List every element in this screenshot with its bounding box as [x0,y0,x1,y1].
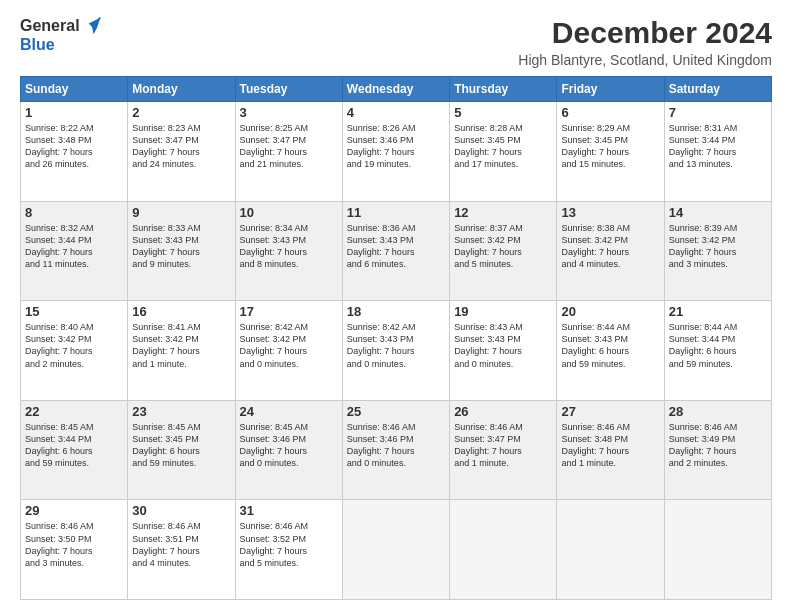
day-number: 11 [347,205,445,220]
day-number: 28 [669,404,767,419]
calendar-cell: 31Sunrise: 8:46 AM Sunset: 3:52 PM Dayli… [235,500,342,600]
day-number: 24 [240,404,338,419]
day-info: Sunrise: 8:25 AM Sunset: 3:47 PM Dayligh… [240,122,338,171]
calendar-cell: 8Sunrise: 8:32 AM Sunset: 3:44 PM Daylig… [21,201,128,301]
calendar-week-row: 29Sunrise: 8:46 AM Sunset: 3:50 PM Dayli… [21,500,772,600]
calendar-week-row: 22Sunrise: 8:45 AM Sunset: 3:44 PM Dayli… [21,400,772,500]
calendar-cell: 19Sunrise: 8:43 AM Sunset: 3:43 PM Dayli… [450,301,557,401]
day-number: 18 [347,304,445,319]
day-info: Sunrise: 8:46 AM Sunset: 3:49 PM Dayligh… [669,421,767,470]
calendar-cell: 2Sunrise: 8:23 AM Sunset: 3:47 PM Daylig… [128,102,235,202]
day-info: Sunrise: 8:45 AM Sunset: 3:45 PM Dayligh… [132,421,230,470]
calendar-cell: 22Sunrise: 8:45 AM Sunset: 3:44 PM Dayli… [21,400,128,500]
calendar-cell [450,500,557,600]
day-info: Sunrise: 8:34 AM Sunset: 3:43 PM Dayligh… [240,222,338,271]
day-info: Sunrise: 8:46 AM Sunset: 3:47 PM Dayligh… [454,421,552,470]
day-number: 23 [132,404,230,419]
calendar-cell: 14Sunrise: 8:39 AM Sunset: 3:42 PM Dayli… [664,201,771,301]
day-info: Sunrise: 8:26 AM Sunset: 3:46 PM Dayligh… [347,122,445,171]
day-number: 30 [132,503,230,518]
calendar-cell: 21Sunrise: 8:44 AM Sunset: 3:44 PM Dayli… [664,301,771,401]
day-info: Sunrise: 8:23 AM Sunset: 3:47 PM Dayligh… [132,122,230,171]
calendar-header-row: SundayMondayTuesdayWednesdayThursdayFrid… [21,77,772,102]
col-header-monday: Monday [128,77,235,102]
calendar-cell [342,500,449,600]
day-info: Sunrise: 8:22 AM Sunset: 3:48 PM Dayligh… [25,122,123,171]
logo-general-text: General [20,17,80,35]
day-number: 22 [25,404,123,419]
day-number: 21 [669,304,767,319]
day-info: Sunrise: 8:28 AM Sunset: 3:45 PM Dayligh… [454,122,552,171]
day-number: 7 [669,105,767,120]
calendar-cell: 12Sunrise: 8:37 AM Sunset: 3:42 PM Dayli… [450,201,557,301]
day-number: 19 [454,304,552,319]
day-info: Sunrise: 8:31 AM Sunset: 3:44 PM Dayligh… [669,122,767,171]
day-number: 3 [240,105,338,120]
day-number: 20 [561,304,659,319]
day-number: 8 [25,205,123,220]
calendar-cell: 11Sunrise: 8:36 AM Sunset: 3:43 PM Dayli… [342,201,449,301]
col-header-saturday: Saturday [664,77,771,102]
day-info: Sunrise: 8:46 AM Sunset: 3:51 PM Dayligh… [132,520,230,569]
day-number: 2 [132,105,230,120]
calendar-cell [557,500,664,600]
day-info: Sunrise: 8:45 AM Sunset: 3:44 PM Dayligh… [25,421,123,470]
col-header-tuesday: Tuesday [235,77,342,102]
day-number: 1 [25,105,123,120]
calendar-cell: 5Sunrise: 8:28 AM Sunset: 3:45 PM Daylig… [450,102,557,202]
calendar-cell: 27Sunrise: 8:46 AM Sunset: 3:48 PM Dayli… [557,400,664,500]
day-info: Sunrise: 8:43 AM Sunset: 3:43 PM Dayligh… [454,321,552,370]
calendar-cell: 9Sunrise: 8:33 AM Sunset: 3:43 PM Daylig… [128,201,235,301]
day-info: Sunrise: 8:29 AM Sunset: 3:45 PM Dayligh… [561,122,659,171]
day-number: 17 [240,304,338,319]
day-info: Sunrise: 8:45 AM Sunset: 3:46 PM Dayligh… [240,421,338,470]
logo-bird-icon [82,16,102,36]
calendar-week-row: 1Sunrise: 8:22 AM Sunset: 3:48 PM Daylig… [21,102,772,202]
day-info: Sunrise: 8:38 AM Sunset: 3:42 PM Dayligh… [561,222,659,271]
day-number: 26 [454,404,552,419]
calendar-cell [664,500,771,600]
day-number: 9 [132,205,230,220]
day-number: 10 [240,205,338,220]
calendar-cell: 24Sunrise: 8:45 AM Sunset: 3:46 PM Dayli… [235,400,342,500]
logo: General Blue [20,16,102,54]
day-info: Sunrise: 8:33 AM Sunset: 3:43 PM Dayligh… [132,222,230,271]
day-info: Sunrise: 8:46 AM Sunset: 3:48 PM Dayligh… [561,421,659,470]
calendar-week-row: 8Sunrise: 8:32 AM Sunset: 3:44 PM Daylig… [21,201,772,301]
calendar-cell: 18Sunrise: 8:42 AM Sunset: 3:43 PM Dayli… [342,301,449,401]
calendar-week-row: 15Sunrise: 8:40 AM Sunset: 3:42 PM Dayli… [21,301,772,401]
day-number: 5 [454,105,552,120]
day-number: 14 [669,205,767,220]
day-info: Sunrise: 8:42 AM Sunset: 3:43 PM Dayligh… [347,321,445,370]
day-info: Sunrise: 8:46 AM Sunset: 3:50 PM Dayligh… [25,520,123,569]
day-info: Sunrise: 8:41 AM Sunset: 3:42 PM Dayligh… [132,321,230,370]
calendar-cell: 26Sunrise: 8:46 AM Sunset: 3:47 PM Dayli… [450,400,557,500]
day-number: 31 [240,503,338,518]
day-info: Sunrise: 8:42 AM Sunset: 3:42 PM Dayligh… [240,321,338,370]
calendar-cell: 20Sunrise: 8:44 AM Sunset: 3:43 PM Dayli… [557,301,664,401]
day-number: 12 [454,205,552,220]
day-info: Sunrise: 8:32 AM Sunset: 3:44 PM Dayligh… [25,222,123,271]
day-number: 25 [347,404,445,419]
calendar-cell: 10Sunrise: 8:34 AM Sunset: 3:43 PM Dayli… [235,201,342,301]
calendar-cell: 6Sunrise: 8:29 AM Sunset: 3:45 PM Daylig… [557,102,664,202]
day-number: 15 [25,304,123,319]
col-header-sunday: Sunday [21,77,128,102]
col-header-friday: Friday [557,77,664,102]
calendar-cell: 1Sunrise: 8:22 AM Sunset: 3:48 PM Daylig… [21,102,128,202]
day-info: Sunrise: 8:36 AM Sunset: 3:43 PM Dayligh… [347,222,445,271]
day-info: Sunrise: 8:44 AM Sunset: 3:44 PM Dayligh… [669,321,767,370]
calendar-cell: 3Sunrise: 8:25 AM Sunset: 3:47 PM Daylig… [235,102,342,202]
day-number: 4 [347,105,445,120]
col-header-thursday: Thursday [450,77,557,102]
day-number: 6 [561,105,659,120]
day-info: Sunrise: 8:39 AM Sunset: 3:42 PM Dayligh… [669,222,767,271]
title-section: December 2024 High Blantyre, Scotland, U… [518,16,772,68]
calendar-body: 1Sunrise: 8:22 AM Sunset: 3:48 PM Daylig… [21,102,772,600]
day-number: 13 [561,205,659,220]
header: General Blue December 2024 High Blantyre… [20,16,772,68]
calendar-cell: 28Sunrise: 8:46 AM Sunset: 3:49 PM Dayli… [664,400,771,500]
calendar-cell: 16Sunrise: 8:41 AM Sunset: 3:42 PM Dayli… [128,301,235,401]
calendar-cell: 25Sunrise: 8:46 AM Sunset: 3:46 PM Dayli… [342,400,449,500]
day-info: Sunrise: 8:44 AM Sunset: 3:43 PM Dayligh… [561,321,659,370]
